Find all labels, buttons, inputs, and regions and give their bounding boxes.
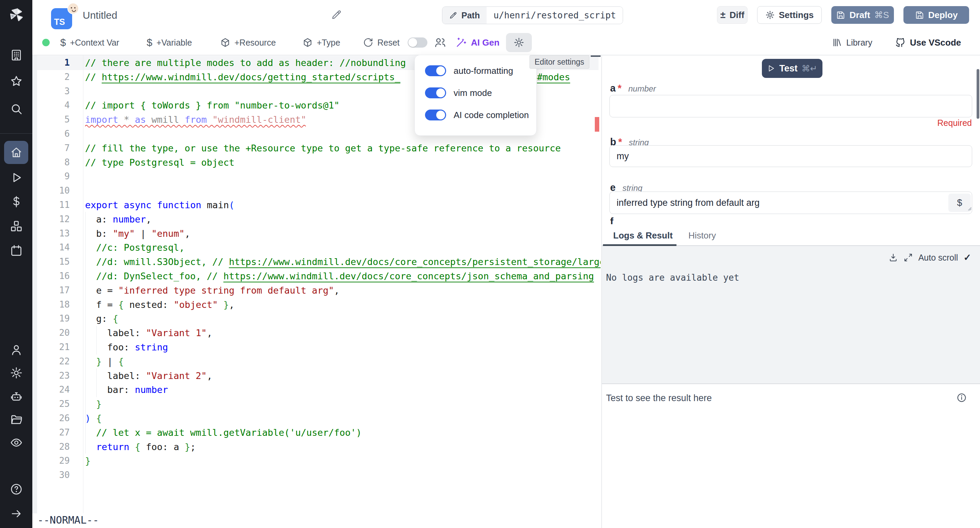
code-line[interactable]: }	[85, 397, 102, 411]
editor-toolbar: $ +Context Var $ +Variable +Resource +Ty…	[32, 30, 980, 55]
users-person-icon[interactable]	[10, 344, 23, 356]
line-number: 30	[32, 468, 70, 482]
code-line[interactable]: g: {	[85, 312, 118, 326]
toggle-on[interactable]	[425, 87, 446, 98]
download-logs-icon[interactable]	[888, 253, 898, 262]
tab-logs-result[interactable]: Logs & Result	[613, 230, 673, 241]
line-number: 15	[32, 255, 70, 269]
help-icon[interactable]	[10, 483, 23, 496]
code-line[interactable]: label: "Variant 2",	[85, 369, 212, 383]
field-a-input[interactable]	[609, 95, 972, 118]
overview-ruler-cursor-marker	[591, 56, 601, 57]
code-line[interactable]: b: "my" | "enum",	[85, 227, 190, 241]
line-number: 28	[32, 440, 70, 454]
play-icon	[767, 64, 775, 72]
collab-toggle[interactable]	[408, 30, 427, 55]
code-line[interactable]: //c: Postgresql,	[85, 240, 185, 255]
settings-button[interactable]: Settings	[757, 6, 822, 24]
setting-vim-mode[interactable]: vim mode	[425, 87, 492, 98]
settings-gear-icon[interactable]	[10, 366, 23, 379]
field-b-input[interactable]	[609, 145, 972, 167]
logs-tabs: Logs & Result History	[602, 224, 980, 246]
code-line[interactable]: //d: DynSelect_foo, // https://www.windm…	[85, 269, 594, 283]
code-line[interactable]: // fill the type, or use the +Resource t…	[85, 141, 561, 156]
use-vscode-button[interactable]: Use VScode	[895, 30, 961, 55]
line-number: 23	[32, 369, 70, 383]
audit-eye-icon[interactable]	[10, 436, 23, 449]
add-variable-button[interactable]: $ +Variable	[147, 30, 192, 55]
line-number: 17	[32, 283, 70, 298]
autoscroll-check-icon[interactable]: ✓	[963, 252, 971, 263]
library-button[interactable]: Library	[832, 30, 872, 55]
logs-area: Auto scroll ✓ No logs are available yet	[602, 246, 980, 383]
windmill-script-editor: TS Untitled Path u/henri/restored_script…	[0, 0, 980, 528]
code-line[interactable]: } | {	[85, 355, 124, 369]
collapse-arrow-icon[interactable]	[10, 507, 22, 520]
path-value[interactable]: u/henri/restored_script	[487, 7, 623, 24]
line-number: 22	[32, 355, 70, 369]
add-context-var-button[interactable]: $ +Context Var	[60, 30, 119, 55]
setting-auto-formatting[interactable]: auto-formatting	[425, 65, 513, 76]
ai-gen-button[interactable]: AI Gen	[455, 30, 500, 55]
path-label-segment[interactable]: Path	[442, 7, 487, 24]
indent-guide	[96, 326, 97, 355]
line-number: 12	[32, 212, 70, 227]
code-line[interactable]: a: number,	[85, 212, 151, 227]
code-line[interactable]: f = { nested: "object" },	[85, 298, 234, 312]
toggle-on[interactable]	[425, 110, 446, 121]
windmill-logo-icon[interactable]	[8, 7, 24, 23]
workspace-icon[interactable]	[10, 49, 23, 62]
logs-empty-message: No logs are available yet	[606, 272, 739, 283]
code-line[interactable]: // type Postgresql = object	[85, 156, 234, 170]
package-icon	[220, 37, 231, 48]
runs-play-icon[interactable]	[10, 171, 23, 184]
code-line[interactable]: label: "Variant 1",	[85, 326, 212, 340]
tab-history[interactable]: History	[688, 230, 716, 241]
setting-ai-code-completion[interactable]: AI code completion	[425, 110, 529, 121]
line-number: 16	[32, 269, 70, 283]
favorites-star-icon[interactable]	[10, 75, 23, 88]
code-line[interactable]: }	[85, 454, 91, 468]
panel-scrollbar[interactable]	[977, 69, 979, 119]
schedules-calendar-icon[interactable]	[10, 244, 23, 257]
code-line[interactable]: //d: wmill.S3Object, // https://www.wind…	[85, 255, 601, 269]
variables-dollar-icon[interactable]	[10, 195, 23, 208]
add-resource-button[interactable]: +Resource	[220, 30, 276, 55]
editor-settings-dropdown: auto-formatting vim mode AI code complet…	[414, 55, 537, 136]
code-line[interactable]: ) {	[85, 411, 102, 426]
diff-button[interactable]: ± Diff	[717, 6, 748, 24]
add-type-button[interactable]: +Type	[302, 30, 340, 55]
toggle-off[interactable]	[408, 37, 427, 48]
resize-handle[interactable]	[967, 206, 972, 211]
edit-title-pencil-icon[interactable]	[331, 9, 342, 20]
search-icon[interactable]	[10, 102, 23, 115]
editor-settings-gear-button[interactable]	[506, 33, 532, 52]
info-icon[interactable]	[956, 392, 967, 403]
code-line[interactable]: foo: string	[85, 340, 168, 355]
expand-logs-icon[interactable]	[904, 253, 913, 262]
toggle-on[interactable]	[425, 65, 446, 76]
workers-robot-icon[interactable]	[10, 390, 23, 403]
deploy-button[interactable]: Deploy	[904, 6, 969, 24]
code-line[interactable]: export async function main(	[85, 198, 234, 212]
path-pill[interactable]: Path u/henri/restored_script	[442, 6, 623, 24]
code-line[interactable]: // https://www.windmill.dev/docs/getting…	[85, 70, 401, 84]
folders-icon[interactable]	[10, 413, 23, 426]
autoscroll-label[interactable]: Auto scroll	[918, 253, 958, 262]
code-line[interactable]: return { foo: a };	[85, 440, 196, 454]
code-line[interactable]: // let x = await wmill.getVariable('u/us…	[85, 426, 362, 440]
home-icon[interactable]	[10, 146, 23, 159]
field-label-a: a* number	[610, 83, 656, 94]
code-line-fragment[interactable]: #modes	[537, 70, 570, 84]
line-number: 1	[32, 56, 70, 70]
field-e-input[interactable]	[609, 192, 972, 214]
reset-button[interactable]: Reset	[363, 30, 399, 55]
code-line[interactable]: // import { toWords } from "number-to-wo…	[85, 98, 340, 113]
code-line[interactable]: // there are multiple modes to add as he…	[85, 56, 406, 70]
code-line[interactable]: e = "inferred type string from default a…	[85, 283, 340, 298]
test-button[interactable]: Test ⌘↵	[762, 59, 822, 78]
code-line[interactable]: bar: number	[85, 383, 168, 397]
multiplayer-users-icon[interactable]	[434, 30, 446, 55]
resources-cubes-icon[interactable]	[10, 220, 23, 233]
draft-button[interactable]: Draft ⌘S	[831, 6, 894, 24]
